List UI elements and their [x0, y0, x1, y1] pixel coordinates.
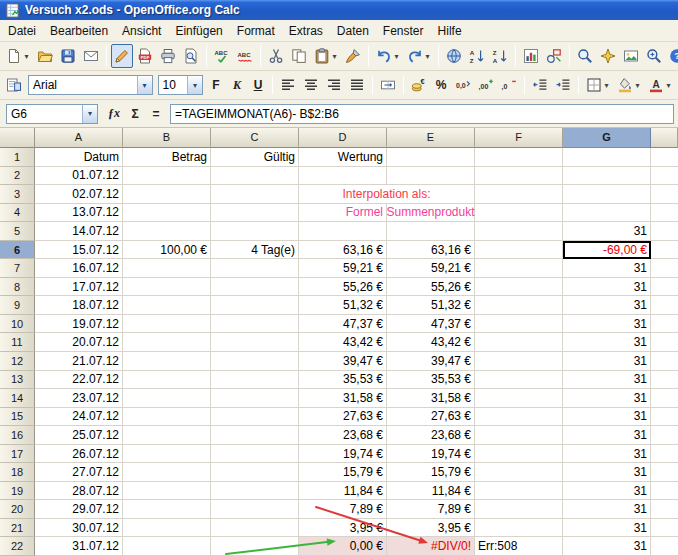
menu-item-einfugen[interactable]: Einfügen	[168, 21, 229, 41]
cell-partial-11[interactable]	[651, 333, 678, 352]
new-document-dropdown-icon[interactable]: ▾	[23, 52, 30, 61]
cell-D19[interactable]: 11,84 €	[299, 482, 387, 501]
cell-partial-5[interactable]	[651, 222, 678, 241]
cell-partial-8[interactable]	[651, 278, 678, 297]
cell-C1[interactable]: Gültig	[211, 148, 299, 167]
cell-D3-merged[interactable]: Interpolation als:	[299, 185, 475, 204]
cell-B2[interactable]	[123, 167, 211, 186]
cell-A21[interactable]: 30.07.12	[35, 519, 123, 538]
cell-F8[interactable]	[475, 278, 563, 297]
name-box-combo[interactable]: G6 ▾	[6, 104, 98, 124]
cell-E4[interactable]: Summenprodukt	[387, 204, 475, 223]
column-header-B[interactable]: B	[123, 128, 211, 148]
row-header-1[interactable]: 1	[0, 148, 35, 167]
number-format-currency-button[interactable]: €	[408, 73, 430, 97]
number-format-standard-button[interactable]: 0,0	[452, 73, 474, 97]
cell-E9[interactable]: 51,32 €	[387, 296, 475, 315]
cell-E11[interactable]: 43,42 €	[387, 333, 475, 352]
align-center-button[interactable]	[300, 73, 322, 97]
cell-F21[interactable]	[475, 519, 563, 538]
cell-E15[interactable]: 27,63 €	[387, 408, 475, 427]
column-header-G[interactable]: G	[563, 128, 651, 148]
font-size-dropdown-icon[interactable]: ▾	[187, 76, 202, 94]
menu-item-datei[interactable]: Datei	[1, 21, 43, 41]
underline-button[interactable]: U	[248, 73, 268, 97]
cell-partial-13[interactable]	[651, 371, 678, 390]
cell-E18[interactable]: 15,79 €	[387, 463, 475, 482]
cell-C18[interactable]	[211, 463, 299, 482]
cell-E12[interactable]: 39,47 €	[387, 352, 475, 371]
cell-F13[interactable]	[475, 371, 563, 390]
row-header-16[interactable]: 16	[0, 426, 35, 445]
cell-C4[interactable]	[211, 204, 299, 223]
cell-C2[interactable]	[211, 167, 299, 186]
cell-G7[interactable]: 31	[563, 259, 651, 278]
cell-F3[interactable]	[475, 185, 563, 204]
spellcheck-button[interactable]: ABC	[211, 44, 233, 68]
open-button[interactable]	[34, 44, 56, 68]
edit-file-button[interactable]	[111, 44, 133, 68]
page-preview-button[interactable]	[180, 44, 202, 68]
cell-B7[interactable]	[123, 259, 211, 278]
cell-D15[interactable]: 27,63 €	[299, 408, 387, 427]
align-justified-button[interactable]	[346, 73, 368, 97]
cell-G21[interactable]: 31	[563, 519, 651, 538]
cell-B3[interactable]	[123, 185, 211, 204]
row-header-18[interactable]: 18	[0, 463, 35, 482]
row-header-20[interactable]: 20	[0, 500, 35, 519]
cell-A19[interactable]: 28.07.12	[35, 482, 123, 501]
cell-G10[interactable]: 31	[563, 315, 651, 334]
cell-F19[interactable]	[475, 482, 563, 501]
cut-button[interactable]	[265, 44, 287, 68]
cell-A10[interactable]: 19.07.12	[35, 315, 123, 334]
cell-C19[interactable]	[211, 482, 299, 501]
cell-C13[interactable]	[211, 371, 299, 390]
column-header-F[interactable]: F	[475, 128, 563, 148]
cell-A9[interactable]: 18.07.12	[35, 296, 123, 315]
cell-A14[interactable]: 23.07.12	[35, 389, 123, 408]
row-header-17[interactable]: 17	[0, 445, 35, 464]
cell-G5[interactable]: 31	[563, 222, 651, 241]
cell-G6[interactable]: -69,00 €	[563, 241, 651, 260]
cell-A18[interactable]: 27.07.12	[35, 463, 123, 482]
decrease-indent-button[interactable]	[529, 73, 551, 97]
email-button[interactable]	[80, 44, 102, 68]
cell-B19[interactable]	[123, 482, 211, 501]
row-header-13[interactable]: 13	[0, 371, 35, 390]
menu-item-bearbeiten[interactable]: Bearbeiten	[43, 21, 115, 41]
menu-item-hilfe[interactable]: Hilfe	[431, 21, 469, 41]
cell-D12[interactable]: 39,47 €	[299, 352, 387, 371]
cell-A15[interactable]: 24.07.12	[35, 408, 123, 427]
zoom-button[interactable]	[643, 44, 665, 68]
bold-button[interactable]: F	[206, 73, 226, 97]
menu-item-extras[interactable]: Extras	[282, 21, 330, 41]
cell-C21[interactable]	[211, 519, 299, 538]
column-header-E[interactable]: E	[387, 128, 475, 148]
sort-ascending-button[interactable]: AZ	[466, 44, 488, 68]
row-header-22[interactable]: 22	[0, 537, 35, 556]
cell-D16[interactable]: 23,68 €	[299, 426, 387, 445]
row-header-9[interactable]: 9	[0, 296, 35, 315]
cell-B22[interactable]	[123, 537, 211, 556]
cell-D2[interactable]	[299, 167, 387, 186]
cell-G18[interactable]: 31	[563, 463, 651, 482]
cell-F16[interactable]	[475, 426, 563, 445]
cell-F11[interactable]	[475, 333, 563, 352]
cell-C17[interactable]	[211, 445, 299, 464]
background-color-dropdown-icon[interactable]: ▾	[634, 81, 641, 90]
background-color-button[interactable]: ▾	[614, 73, 644, 97]
cell-G12[interactable]: 31	[563, 352, 651, 371]
cell-partial-3[interactable]	[651, 185, 678, 204]
cell-D22[interactable]: 0,00 €	[299, 537, 387, 556]
cell-B1[interactable]: Betrag	[123, 148, 211, 167]
cell-E16[interactable]: 23,68 €	[387, 426, 475, 445]
cell-C22[interactable]	[211, 537, 299, 556]
increase-indent-button[interactable]	[552, 73, 574, 97]
menu-item-fenster[interactable]: Fenster	[376, 21, 431, 41]
cell-G1[interactable]	[563, 148, 651, 167]
row-header-5[interactable]: 5	[0, 222, 35, 241]
cell-B12[interactable]	[123, 352, 211, 371]
name-box-dropdown-icon[interactable]: ▾	[82, 105, 97, 123]
export-pdf-button[interactable]: PDF	[134, 44, 156, 68]
font-name-combo[interactable]: Arial ▾	[28, 75, 153, 95]
